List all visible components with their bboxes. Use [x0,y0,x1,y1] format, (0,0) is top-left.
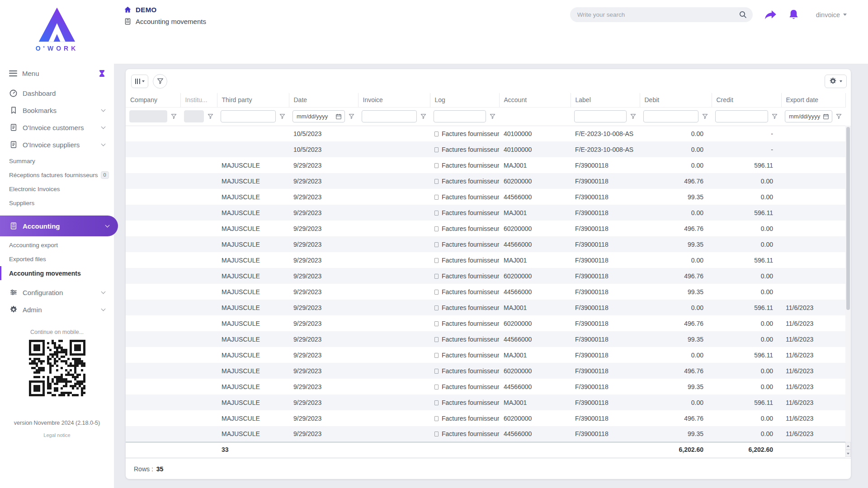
sidebar-item-bookmarks[interactable]: Bookmarks [0,102,114,119]
cell-log: Factures fournisseurs [430,236,499,252]
table-row[interactable]: MAJUSCULE9/29/2023Factures fournisseurs6… [126,173,845,189]
company-filter-funnel-icon[interactable] [170,112,178,121]
grid-settings-button[interactable] [825,75,847,88]
table-row[interactable]: MAJUSCULE9/29/2023Factures fournisseursM… [126,300,845,315]
brand-logo[interactable]: O'WORK [0,0,114,52]
table-row[interactable]: MAJUSCULE9/29/2023Factures fournisseursM… [126,205,845,221]
menu-toggle[interactable]: Menu [0,64,114,83]
rows-count: 35 [156,465,164,473]
legal-notice-link[interactable]: Legal notice [0,432,114,438]
institution-filter-funnel-icon[interactable] [206,112,215,121]
cell-log: Factures fournisseurs [430,189,499,205]
column-header-debit[interactable]: Debit [640,93,712,107]
export-date-filter-funnel-icon[interactable] [835,112,843,121]
table-row[interactable]: MAJUSCULE9/29/2023Factures fournisseurs4… [126,331,845,347]
cell-credit: 0.00 [712,221,781,236]
cell-label: F/E-2023-10-008-AS [571,141,640,157]
scroll-down-button[interactable] [845,450,851,457]
table-row[interactable]: MAJUSCULE9/29/2023Factures fournisseursM… [126,394,845,410]
column-header-institution[interactable]: Institu... [180,93,217,107]
table-row[interactable]: 10/5/2023Factures fournisseurs40100000F/… [126,126,845,141]
third-party-filter-funnel-icon[interactable] [278,112,287,121]
cell-log: Factures fournisseurs [430,252,499,268]
table-row[interactable]: MAJUSCULE9/29/2023Factures fournisseurs4… [126,284,845,300]
table-row[interactable]: MAJUSCULE9/29/2023Factures fournisseursM… [126,252,845,268]
app-title[interactable]: DEMO [124,6,206,14]
sidebar-item-label: Bookmarks [23,107,57,114]
invoice-filter-funnel-icon[interactable] [419,112,428,121]
label-filter-input[interactable] [574,110,627,122]
scroll-up-button[interactable] [845,442,851,450]
table-row[interactable]: MAJUSCULE9/29/2023Factures fournisseurs4… [126,379,845,394]
label-filter-funnel-icon[interactable] [629,112,637,121]
sidebar-item-exported-files[interactable]: Exported files [0,252,114,266]
cell-institution [180,252,217,268]
table-row[interactable]: MAJUSCULE9/29/2023Factures fournisseurs6… [126,268,845,284]
calendar-icon[interactable] [823,113,829,120]
user-menu[interactable]: dinvoice [816,11,847,19]
cell-debit: 0.00 [640,300,712,315]
search-icon[interactable] [739,10,747,19]
table-row[interactable]: MAJUSCULE9/29/2023Factures fournisseursM… [126,347,845,363]
sidebar-item-accounting-movements[interactable]: Accounting movements [0,266,114,280]
date-filter-input[interactable]: mm/dd/yyyy [292,110,345,122]
table-row[interactable]: MAJUSCULE9/29/2023Factures fournisseursM… [126,157,845,173]
third-party-filter-input[interactable] [221,110,276,122]
sidebar-item-electronic-invoices[interactable]: Electronic Invoices [0,182,114,196]
sidebar-item-oinvoice-suppliers[interactable]: O'Invoice suppliers [0,136,114,153]
log-filter-funnel-icon[interactable] [488,112,497,121]
cell-export-date: 11/6/2023 [781,363,845,379]
sidebar-item-admin[interactable]: Admin [0,301,114,318]
table-row[interactable]: MAJUSCULE9/29/2023Factures fournisseurs6… [126,221,845,236]
column-chooser-button[interactable] [131,75,148,88]
share-icon[interactable] [764,10,777,20]
filter-toggle-button[interactable] [153,74,167,89]
sidebar-item-receptions-factures[interactable]: Réceptions factures fournisseurs 0 [0,168,114,182]
table-row[interactable]: 10/5/2023Factures fournisseurs40100000F/… [126,141,845,157]
invoice-filter-input[interactable] [362,110,417,122]
export-date-filter-input[interactable]: mm/dd/yyyy [785,110,832,122]
cell-date: 9/29/2023 [289,331,358,347]
scrollbar-thumb[interactable] [846,127,850,310]
cell-institution [180,157,217,173]
column-header-invoice[interactable]: Invoice [358,93,430,107]
column-header-credit[interactable]: Credit [712,93,781,107]
search-input[interactable] [570,7,753,22]
cell-credit: 0.00 [712,268,781,284]
column-header-label[interactable]: Label [571,93,640,107]
sidebar-item-suppliers[interactable]: Suppliers [0,196,114,210]
notification-bell-icon[interactable] [788,9,799,20]
table-row[interactable]: MAJUSCULE9/29/2023Factures fournisseurs4… [126,236,845,252]
credit-filter-input[interactable] [715,110,768,122]
calendar-icon[interactable] [335,113,342,120]
table-row[interactable]: MAJUSCULE9/29/2023Factures fournisseurs6… [126,410,845,426]
credit-filter-funnel-icon[interactable] [770,112,779,121]
table-row[interactable]: MAJUSCULE9/29/2023Factures fournisseurs6… [126,363,845,379]
cell-account: MAJ001 [499,394,571,410]
log-icon [434,242,439,247]
table-row[interactable]: MAJUSCULE9/29/2023Factures fournisseurs6… [126,315,845,331]
table-row[interactable]: MAJUSCULE9/29/2023Factures fournisseurs4… [126,426,845,442]
column-header-date[interactable]: Date [289,93,358,107]
sidebar-item-configuration[interactable]: Configuration [0,284,114,301]
topbar: DEMO Accounting movements [114,0,868,64]
column-header-log[interactable]: Log [430,93,499,107]
debit-filter-input[interactable] [643,110,698,122]
column-header-company[interactable]: Company [126,93,180,107]
column-header-account[interactable]: Account [499,93,571,107]
log-filter-input[interactable] [434,110,486,122]
vertical-scrollbar[interactable] [845,126,851,457]
sidebar-item-accounting-export[interactable]: Accounting export [0,238,114,252]
sidebar-item-summary[interactable]: Summary [0,154,114,168]
debit-filter-funnel-icon[interactable] [701,112,709,121]
sidebar-item-accounting[interactable]: Accounting [0,216,118,236]
column-header-third-party[interactable]: Third party [217,93,289,107]
cell-institution [180,331,217,347]
cell-debit: 99.35 [640,426,712,442]
sidebar-item-dashboard[interactable]: Dashboard [0,84,114,102]
column-header-export-date[interactable]: Export date [781,93,845,107]
sidebar-item-oinvoice-customers[interactable]: O'Invoice customers [0,119,114,136]
table-row[interactable]: MAJUSCULE9/29/2023Factures fournisseurs4… [126,189,845,205]
date-filter-funnel-icon[interactable] [347,112,356,121]
pin-sidebar-icon[interactable] [99,70,105,77]
